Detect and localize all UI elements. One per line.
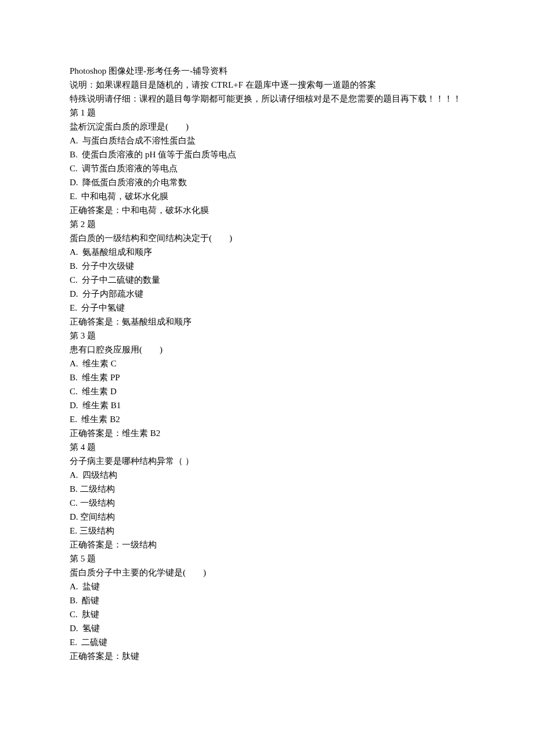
question-option: E. 分子中氢键 — [70, 301, 464, 315]
question-option: C. 分子中二硫键的数量 — [70, 273, 464, 287]
question-answer: 正确答案是：中和电荷，破坏水化膜 — [70, 203, 464, 217]
question-option: E. 维生素 B2 — [70, 412, 464, 426]
question-option: C. 一级结构 — [70, 496, 464, 510]
question-block: 第 5 题 蛋白质分子中主要的化学键是( ) A. 盐键 B. 酯键 C. 肽键… — [70, 552, 464, 663]
question-option: B. 二级结构 — [70, 482, 464, 496]
question-option: A. 氨基酸组成和顺序 — [70, 245, 464, 259]
question-block: 第 4 题 分子病主要是哪种结构异常（ ） A. 四级结构 B. 二级结构 C.… — [70, 440, 464, 552]
question-block: 第 1 题 盐析沉淀蛋白质的原理是( ) A. 与蛋白质结合成不溶性蛋白盐 B.… — [70, 106, 464, 217]
question-option: C. 肽键 — [70, 607, 464, 621]
question-stem: 分子病主要是哪种结构异常（ ） — [70, 454, 464, 468]
question-option: E. 二硫键 — [70, 635, 464, 649]
instruction-line-2: 特殊说明请仔细：课程的题目每学期都可能更换，所以请仔细核对是不是您需要的题目再下… — [70, 92, 464, 106]
question-option: A. 与蛋白质结合成不溶性蛋白盐 — [70, 134, 464, 147]
question-answer: 正确答案是：氨基酸组成和顺序 — [70, 315, 464, 329]
question-heading: 第 4 题 — [70, 440, 464, 454]
question-stem: 蛋白质分子中主要的化学键是( ) — [70, 566, 464, 579]
question-option: B. 分子中次级键 — [70, 259, 464, 273]
document-page: Photoshop 图像处理-形考任务一-辅导资料 说明：如果课程题目是随机的，… — [0, 0, 534, 756]
question-heading: 第 1 题 — [70, 106, 464, 120]
question-option: B. 酯键 — [70, 593, 464, 607]
question-option: C. 调节蛋白质溶液的等电点 — [70, 161, 464, 175]
question-block: 第 2 题 蛋白质的一级结构和空间结构决定于( ) A. 氨基酸组成和顺序 B.… — [70, 217, 464, 329]
question-heading: 第 3 题 — [70, 329, 464, 343]
question-option: D. 分子内部疏水键 — [70, 287, 464, 301]
question-answer: 正确答案是：维生素 B2 — [70, 426, 464, 440]
question-option: D. 维生素 B1 — [70, 398, 464, 412]
question-stem: 患有口腔炎应服用( ) — [70, 343, 464, 357]
question-option: B. 使蛋白质溶液的 pH 值等于蛋白质等电点 — [70, 147, 464, 161]
question-heading: 第 5 题 — [70, 552, 464, 566]
question-option: D. 降低蛋白质溶液的介电常数 — [70, 175, 464, 189]
question-option: E. 三级结构 — [70, 524, 464, 538]
question-heading: 第 2 题 — [70, 217, 464, 231]
question-stem: 蛋白质的一级结构和空间结构决定于( ) — [70, 231, 464, 245]
question-stem: 盐析沉淀蛋白质的原理是( ) — [70, 120, 464, 134]
document-title: Photoshop 图像处理-形考任务一-辅导资料 — [70, 64, 464, 78]
instruction-line-1: 说明：如果课程题目是随机的，请按 CTRL+F 在题库中逐一搜索每一道题的答案 — [70, 78, 464, 92]
question-option: A. 四级结构 — [70, 468, 464, 482]
question-option: E. 中和电荷，破坏水化膜 — [70, 189, 464, 203]
question-option: B. 维生素 PP — [70, 370, 464, 384]
question-option: A. 盐键 — [70, 579, 464, 593]
question-option: C. 维生素 D — [70, 384, 464, 398]
question-option: D. 氢键 — [70, 621, 464, 635]
question-answer: 正确答案是：一级结构 — [70, 538, 464, 552]
question-answer: 正确答案是：肽键 — [70, 649, 464, 663]
question-option: D. 空间结构 — [70, 510, 464, 524]
question-option: A. 维生素 C — [70, 357, 464, 370]
question-block: 第 3 题 患有口腔炎应服用( ) A. 维生素 C B. 维生素 PP C. … — [70, 329, 464, 440]
